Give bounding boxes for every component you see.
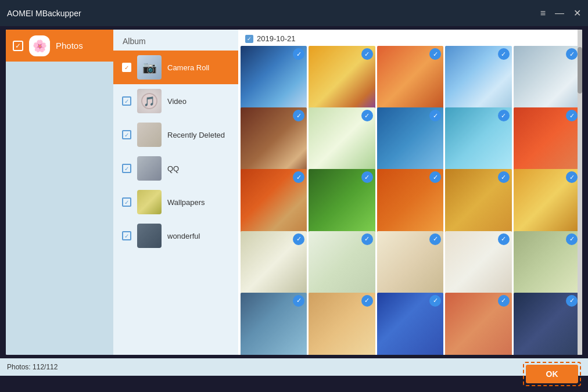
title-bar-left: AOMEI MBackupper	[7, 9, 81, 18]
album-panel: Album ✓ 📷 Camera Roll ✓ 🎵 Video	[113, 30, 238, 355]
photo-check-6: ✓	[293, 110, 304, 121]
photo-cell[interactable]: ✓	[445, 293, 511, 355]
title-bar-controls: ≡ — ✕	[540, 9, 581, 18]
photo-check-9: ✓	[498, 110, 510, 121]
photo-cell[interactable]: ✓	[377, 107, 443, 174]
wallpapers-label: Wallpapers	[167, 198, 205, 207]
photo-check-2: ✓	[361, 48, 373, 60]
photo-check-21: ✓	[293, 295, 304, 307]
video-label: Video	[167, 97, 187, 106]
album-item-qq[interactable]: ✓ QQ	[113, 152, 238, 185]
qq-checkbox[interactable]: ✓	[122, 164, 131, 173]
photo-check-7: ✓	[361, 110, 373, 121]
photo-cell[interactable]: ✓	[445, 107, 511, 174]
photo-check-1: ✓	[293, 48, 304, 60]
photo-cell[interactable]: ✓	[241, 169, 307, 235]
qq-label: QQ	[167, 164, 179, 173]
photo-check-12: ✓	[361, 171, 373, 183]
photo-check-14: ✓	[498, 171, 510, 183]
photo-cell[interactable]: ✓	[309, 169, 375, 235]
photo-check-19: ✓	[498, 233, 510, 245]
album-item-camera-roll[interactable]: ✓ 📷 Camera Roll	[113, 51, 238, 84]
photo-cell[interactable]: ✓	[377, 231, 443, 297]
photo-cell[interactable]: ✓	[445, 169, 511, 235]
photo-cell[interactable]: ✓	[445, 46, 511, 112]
photo-panel: ✓ 2019-10-21 ✓ ✓ ✓ ✓ ✓ ✓ ✓	[238, 30, 582, 355]
minimize-button[interactable]: —	[555, 9, 564, 18]
video-thumb: 🎵	[137, 89, 162, 113]
photo-cell[interactable]: ✓	[241, 231, 307, 297]
photo-cell[interactable]: ✓	[377, 293, 443, 355]
album-item-video[interactable]: ✓ 🎵 Video	[113, 84, 238, 118]
sidebar-header: ✓ 🌸 Photos	[6, 30, 113, 62]
photo-check-10: ✓	[566, 110, 578, 121]
main-window: ✓ 🌸 Photos Album ✓ 📷 Camera Roll ✓	[6, 30, 582, 355]
wonderful-checkbox[interactable]: ✓	[122, 231, 131, 240]
ok-button[interactable]: OK	[526, 365, 578, 383]
photo-cell[interactable]: ✓	[309, 293, 375, 355]
photo-grid: ✓ ✓ ✓ ✓ ✓ ✓ ✓ ✓ ✓	[238, 46, 582, 355]
date-header: ✓ 2019-10-21	[238, 30, 582, 46]
photo-cell[interactable]: ✓	[514, 231, 580, 297]
photo-cell[interactable]: ✓	[309, 46, 375, 112]
sidebar: ✓ 🌸 Photos	[6, 30, 113, 355]
photo-cell[interactable]: ✓	[241, 107, 307, 174]
scrollbar-thumb[interactable]	[578, 47, 582, 93]
photo-check-3: ✓	[429, 48, 441, 60]
photos-icon: 🌸	[33, 39, 47, 53]
camera-roll-label: Camera Roll	[167, 63, 209, 72]
photo-cell[interactable]: ✓	[241, 46, 307, 112]
wonderful-thumb	[137, 224, 162, 248]
album-list: ✓ 📷 Camera Roll ✓ 🎵 Video ✓	[113, 51, 238, 355]
photos-checkbox[interactable]: ✓	[13, 41, 23, 51]
photo-cell[interactable]: ✓	[514, 107, 580, 174]
photo-cell[interactable]: ✓	[514, 293, 580, 355]
sidebar-photos-label: Photos	[56, 41, 83, 51]
photo-check-8: ✓	[429, 110, 441, 121]
camera-roll-checkbox[interactable]: ✓	[122, 63, 131, 72]
photo-cell[interactable]: ✓	[445, 231, 511, 297]
scrollbar-track[interactable]	[578, 30, 582, 355]
photo-cell[interactable]: ✓	[309, 107, 375, 174]
photo-cell[interactable]: ✓	[514, 169, 580, 235]
wallpapers-thumb	[137, 190, 162, 214]
recently-deleted-label: Recently Deleted	[167, 131, 225, 139]
wallpapers-checkbox[interactable]: ✓	[122, 197, 131, 207]
date-checkbox[interactable]: ✓	[245, 35, 253, 43]
status-text: Photos: 112/112	[7, 363, 58, 371]
photo-check-15: ✓	[566, 171, 578, 183]
recently-deleted-thumb	[137, 123, 162, 147]
ok-button-wrap: OK	[523, 362, 581, 386]
photo-check-17: ✓	[361, 233, 373, 245]
photo-check-25: ✓	[566, 295, 578, 307]
photo-cell[interactable]: ✓	[514, 46, 580, 112]
photo-cell[interactable]: ✓	[309, 231, 375, 297]
wonderful-label: wonderful	[167, 232, 200, 240]
menu-icon[interactable]: ≡	[540, 9, 546, 18]
album-item-recently-deleted[interactable]: ✓ Recently Deleted	[113, 118, 238, 152]
title-bar: AOMEI MBackupper ≡ — ✕	[0, 0, 588, 26]
sidebar-content	[6, 62, 113, 355]
photo-check-24: ✓	[498, 295, 510, 307]
photo-cell[interactable]: ✓	[377, 169, 443, 235]
album-item-wallpapers[interactable]: ✓ Wallpapers	[113, 185, 238, 219]
recently-deleted-checkbox[interactable]: ✓	[122, 130, 131, 139]
video-checkbox[interactable]: ✓	[122, 96, 131, 106]
photo-check-5: ✓	[566, 48, 578, 60]
album-item-wonderful[interactable]: ✓ wonderful	[113, 219, 238, 253]
camera-roll-thumb: 📷	[137, 55, 162, 80]
photo-cell[interactable]: ✓	[377, 46, 443, 112]
ok-area: OK	[523, 362, 581, 386]
date-label: 2019-10-21	[257, 34, 296, 43]
app-title: AOMEI MBackupper	[7, 9, 81, 18]
photo-check-22: ✓	[361, 295, 373, 307]
photo-check-23: ✓	[429, 295, 441, 307]
photo-cell[interactable]: ✓	[241, 293, 307, 355]
photo-check-11: ✓	[293, 171, 304, 183]
close-button[interactable]: ✕	[573, 9, 581, 18]
photo-check-20: ✓	[566, 233, 578, 245]
photo-check-16: ✓	[293, 233, 304, 245]
photo-check-18: ✓	[429, 233, 441, 245]
qq-thumb	[137, 156, 162, 181]
status-bar: Photos: 112/112	[0, 358, 588, 376]
